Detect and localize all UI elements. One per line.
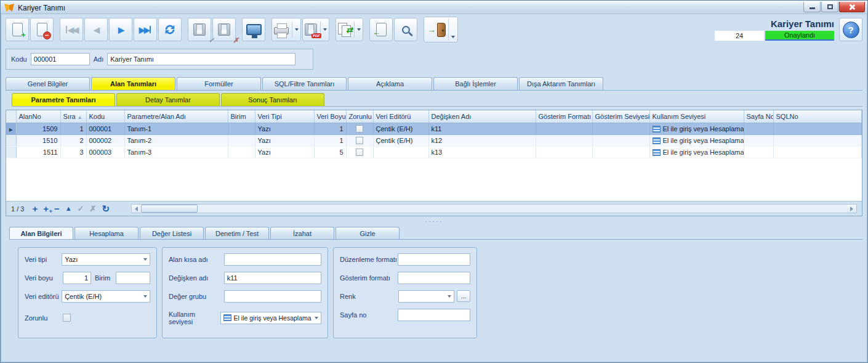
edit-row-button[interactable]: ▲ — [65, 205, 72, 212]
save-button[interactable]: ✓ — [188, 18, 211, 41]
adi-input[interactable] — [107, 53, 295, 65]
scroll-right-button[interactable] — [847, 205, 856, 213]
cell-veri_editoru[interactable]: Çentik (E/H) — [373, 123, 428, 134]
transfer-dropdown[interactable] — [354, 22, 361, 38]
kodu-input[interactable] — [31, 53, 90, 65]
cell-veri_tipi[interactable]: Yazı — [255, 134, 314, 146]
cell-gosterim_seviyesi[interactable] — [592, 123, 649, 134]
cell-kullanim_seviyesi[interactable]: El ile giriş veya Hesaplama — [649, 146, 744, 158]
print-dropdown[interactable] — [292, 22, 299, 38]
cell-veri_editoru[interactable] — [373, 146, 428, 158]
renk-picker-button[interactable]: ... — [457, 290, 470, 302]
column-header-sayfa_no[interactable]: Sayfa No — [744, 110, 773, 123]
cell-sql_no[interactable] — [773, 146, 862, 158]
zorunlu-checkbox[interactable] — [356, 125, 363, 133]
cell-parametre_alan_adi[interactable]: Tanım-2 — [124, 134, 228, 146]
scroll-left-button[interactable] — [132, 205, 141, 213]
grid-horizontal-scrollbar[interactable] — [131, 204, 857, 213]
detail-tab-alan-bilgileri[interactable]: Alan Bilgileri — [9, 227, 73, 239]
cell-zorunlu[interactable] — [346, 146, 373, 158]
cell-veri_tipi[interactable]: Yazı — [255, 146, 314, 158]
column-header-gosterim_formati[interactable]: Gösterim Formatı — [536, 110, 592, 123]
deger-grubu-input[interactable] — [224, 290, 321, 303]
first-record-button[interactable]: ◀◀ — [60, 18, 83, 41]
cell-kullanim_seviyesi[interactable]: El ile giriş veya Hesaplama — [649, 134, 744, 146]
column-header-sql_no[interactable]: SQLNo — [773, 110, 862, 123]
cancel-edit-button[interactable]: ✗ — [90, 205, 97, 213]
column-header-alan_no[interactable]: AlanNo — [16, 110, 60, 123]
tab-bağlı-i̇şlemler[interactable]: Bağlı İşlemler — [433, 77, 518, 90]
subtab-detay-tanımlar[interactable]: Detay Tanımlar — [116, 93, 220, 106]
refresh-rows-button[interactable]: ↻ — [102, 204, 110, 213]
column-header-veri_editoru[interactable]: Veri Editörü — [373, 110, 428, 123]
help-button[interactable]: ? — [839, 18, 862, 41]
grid-row[interactable]: 15113000003Tanım-3Yazı5k13El ile giriş v… — [6, 146, 862, 158]
cell-gosterim_formati[interactable] — [536, 134, 592, 146]
preview-button[interactable] — [242, 18, 265, 41]
scrollbar-track[interactable] — [141, 205, 847, 213]
alan-kisa-adi-input[interactable] — [224, 253, 321, 266]
cell-degisken_adi[interactable]: k11 — [428, 123, 536, 134]
panel-splitter[interactable]: ····· — [1, 216, 867, 226]
scrollbar-thumb[interactable] — [141, 205, 198, 213]
exit-button[interactable]: → — [425, 18, 448, 41]
delete-row-button[interactable]: − — [54, 204, 60, 213]
column-header-parametre_alan_adi[interactable]: Parametre/Alan Adı — [124, 110, 228, 123]
next-record-button[interactable]: ▶ — [109, 18, 132, 41]
detail-tab-hesaplama[interactable]: Hesaplama — [74, 227, 139, 239]
cell-birim[interactable] — [228, 123, 255, 134]
cell-sira[interactable]: 2 — [60, 134, 86, 146]
append-row-button[interactable]: + — [32, 204, 38, 213]
delete-record-button[interactable]: − — [30, 18, 54, 41]
save-and-close-button[interactable]: ✗ — [212, 18, 236, 41]
column-header-veri_boyu[interactable]: Veri Boyu — [314, 110, 346, 123]
cell-sql_no[interactable] — [773, 134, 862, 146]
cell-gosterim_formati[interactable] — [536, 123, 592, 134]
tab-alan-tanımları[interactable]: Alan Tanımları — [91, 77, 175, 90]
cell-gosterim_seviyesi[interactable] — [592, 146, 649, 158]
grid-row[interactable]: 15102000002Tanım-2Yazı1Çentik (E/H)k12El… — [6, 134, 862, 146]
birim-input[interactable] — [116, 272, 150, 284]
new-record-button[interactable]: + — [6, 18, 29, 41]
subtab-sonuç-tanımları[interactable]: Sonuç Tanımları — [221, 93, 324, 106]
cell-parametre_alan_adi[interactable]: Tanım-1 — [124, 123, 228, 134]
cell-veri_boyu[interactable]: 1 — [314, 134, 346, 146]
column-header-degisken_adi[interactable]: Değişken Adı — [428, 110, 536, 123]
tab-açıklama[interactable]: Açıklama — [348, 77, 432, 90]
kullanim-seviyesi-combo[interactable]: El ile giriş veya Hesaplama — [220, 312, 321, 324]
cell-zorunlu[interactable] — [346, 134, 373, 146]
zorunlu-checkbox[interactable] — [63, 314, 71, 322]
tab-dışa-aktarım-tanımları[interactable]: Dışa Aktarım Tanımları — [519, 77, 603, 90]
sayfa-no-input[interactable] — [398, 309, 470, 321]
refresh-button[interactable] — [158, 18, 182, 41]
column-header-gosterim_seviyesi[interactable]: Gösterim Seviyesi — [592, 110, 649, 123]
post-edit-button[interactable]: ✓ — [78, 205, 84, 213]
tab-sql-filtre-tanımları[interactable]: SQL/Filtre Tanımları — [262, 77, 347, 90]
import-button[interactable]: ← — [369, 18, 393, 41]
cell-kodu[interactable]: 000002 — [86, 134, 124, 146]
cell-degisken_adi[interactable]: k13 — [428, 146, 536, 158]
last-record-button[interactable]: ▶▶ — [134, 18, 157, 41]
zorunlu-checkbox[interactable] — [356, 149, 363, 156]
cell-degisken_adi[interactable]: k12 — [428, 134, 536, 146]
cell-birim[interactable] — [228, 134, 255, 146]
insert-row-button[interactable]: ++ — [43, 204, 49, 213]
cell-kodu[interactable]: 000001 — [86, 123, 124, 134]
grid-scroll-area[interactable]: AlanNoSıra▲KoduParametre/Alan AdıBirimVe… — [6, 110, 862, 201]
detail-tab-gizle[interactable]: Gizle — [336, 227, 400, 239]
zorunlu-checkbox[interactable] — [356, 137, 363, 144]
cell-alan_no[interactable]: 1511 — [16, 146, 60, 158]
cell-veri_boyu[interactable]: 5 — [314, 146, 346, 158]
cell-kodu[interactable]: 000003 — [86, 146, 124, 158]
detail-tab-denetim-test[interactable]: Denetim / Test — [205, 227, 269, 239]
gosterim-formati-input[interactable] — [398, 272, 470, 284]
column-header-kullanim_seviyesi[interactable]: Kullanım Seviyesi — [649, 110, 744, 123]
duzenleme-formati-input[interactable] — [398, 253, 470, 266]
cell-sayfa_no[interactable] — [744, 123, 773, 134]
cell-veri_tipi[interactable]: Yazı — [255, 123, 314, 134]
cell-gosterim_seviyesi[interactable] — [592, 134, 649, 146]
cell-zorunlu[interactable] — [346, 123, 373, 134]
cell-parametre_alan_adi[interactable]: Tanım-3 — [124, 146, 228, 158]
cell-veri_editoru[interactable]: Çentik (E/H) — [373, 134, 428, 146]
export-pdf-button[interactable]: PDF — [302, 18, 329, 41]
